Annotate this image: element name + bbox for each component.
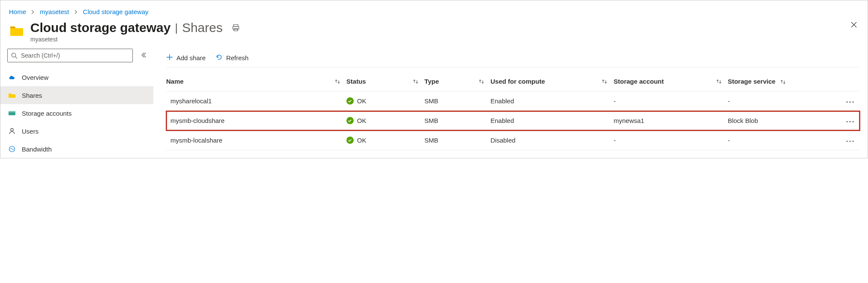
title-separator: | [175,21,178,35]
svg-point-11 [852,101,853,102]
svg-line-4 [15,56,17,58]
refresh-button[interactable]: Refresh [216,51,249,64]
cell-compute: Enabled [490,91,613,111]
sidebar-nav: Overview Shares Storage accounts [0,68,153,158]
svg-point-16 [849,140,850,142]
sidebar: Overview Shares Storage accounts [0,49,153,158]
cell-account: - [613,91,727,111]
col-header-type[interactable]: Type [425,72,491,91]
add-share-button[interactable]: Add share [166,51,205,64]
svg-rect-0 [234,25,238,27]
folder-icon [8,91,16,99]
cell-name: mysharelocal1 [166,91,346,111]
sort-icon[interactable] [716,79,722,85]
svg-point-13 [849,121,850,122]
sidebar-item-overview[interactable]: Overview [0,68,153,86]
col-header-service[interactable]: Storage service [728,72,830,91]
svg-point-17 [852,140,853,142]
sidebar-item-label: Storage accounts [22,110,72,117]
refresh-icon [216,54,223,62]
search-wrapper [7,49,133,62]
close-icon[interactable] [850,21,857,28]
col-header-status[interactable]: Status [346,72,425,91]
cell-name: mysmb-cloudshare [166,111,346,131]
cell-type: SMB [425,111,491,131]
sidebar-item-label: Bandwidth [22,146,52,153]
row-more-button[interactable] [830,111,860,131]
cell-service: Block Blob [728,111,830,131]
status-ok-icon [346,97,354,105]
status-text: OK [357,137,367,144]
cell-account: mynewsa1 [613,111,727,131]
cell-status: OK [346,111,425,131]
col-label: Used for compute [490,78,545,85]
sidebar-item-bandwidth[interactable]: Bandwidth [0,140,153,158]
plus-icon [166,54,173,62]
table-row[interactable]: mysmb-localshare OK SMB Disabled - - [166,131,860,150]
cloud-icon [8,73,16,81]
sidebar-item-label: Shares [22,92,42,99]
col-header-compute[interactable]: Used for compute [490,72,613,91]
status-text: OK [357,97,367,105]
breadcrumb-link-gateway[interactable]: Cloud storage gateway [83,8,148,15]
more-icon [846,101,854,103]
col-label: Storage service [728,78,776,85]
main-content: Add share Refresh Name [153,49,868,150]
breadcrumb-link-home[interactable]: Home [9,8,26,15]
table-row[interactable]: mysmb-cloudshare OK SMB Enabled mynewsa1… [166,111,860,131]
sidebar-item-shares[interactable]: Shares [0,86,153,104]
user-icon [8,127,16,135]
sort-icon[interactable] [413,79,419,85]
sort-icon[interactable] [601,79,607,85]
sort-icon[interactable] [334,79,340,85]
cell-service: - [728,131,830,150]
cell-type: SMB [425,131,491,150]
col-header-account[interactable]: Storage account [613,72,727,91]
row-more-button[interactable] [830,91,860,111]
col-label: Status [346,78,366,85]
col-label: Storage account [613,78,664,85]
svg-point-3 [12,53,15,57]
sidebar-item-users[interactable]: Users [0,122,153,140]
svg-point-15 [846,140,847,142]
svg-point-14 [852,121,853,122]
cell-name: mysmb-localshare [166,131,346,150]
cell-status: OK [346,131,425,150]
cell-type: SMB [425,91,491,111]
svg-rect-2 [234,29,238,31]
more-icon [846,120,854,123]
search-input[interactable] [21,52,129,59]
status-text: OK [357,117,367,124]
status-ok-icon [346,137,354,144]
page-title: Cloud storage gateway [30,20,170,35]
svg-rect-6 [9,111,15,112]
refresh-label: Refresh [226,54,249,61]
storage-icon [8,109,16,117]
bandwidth-icon [8,145,16,153]
collapse-sidebar-icon[interactable] [139,50,148,61]
sidebar-item-label: Users [22,128,38,135]
folder-icon [9,23,24,38]
status-ok-icon [346,117,354,124]
col-header-actions [830,72,860,91]
print-icon[interactable] [232,24,240,32]
shares-table: Name Status Type Used for compute [166,72,860,150]
svg-point-9 [846,101,847,102]
table-row[interactable]: mysharelocal1 OK SMB Enabled - - [166,91,860,111]
col-header-name[interactable]: Name [166,72,346,91]
sort-icon[interactable] [780,79,786,85]
cell-service: - [728,91,830,111]
sidebar-item-label: Overview [22,74,49,81]
cell-status: OK [346,91,425,111]
chevron-right-icon [31,8,35,15]
col-label: Name [166,78,184,85]
page-section: Shares [182,20,223,35]
breadcrumb: Home myasetest Cloud storage gateway [0,0,868,19]
page-header: Cloud storage gateway | Shares myasetest [0,19,868,49]
breadcrumb-link-resource[interactable]: myasetest [40,8,69,15]
row-more-button[interactable] [830,131,860,150]
sidebar-item-storage-accounts[interactable]: Storage accounts [0,104,153,122]
sort-icon[interactable] [478,79,484,85]
cell-compute: Enabled [490,111,613,131]
svg-point-7 [11,128,13,131]
